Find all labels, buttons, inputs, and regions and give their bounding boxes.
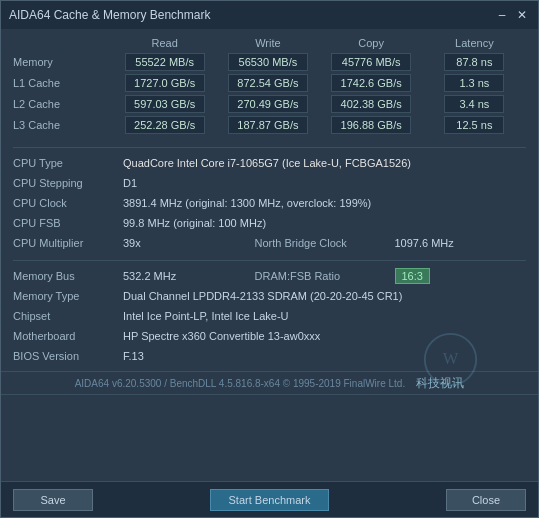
row-label-l3: L3 Cache [13, 119, 113, 131]
value-l2-copy: 402.38 GB/s [331, 95, 411, 113]
col-copy-header: Copy [320, 37, 423, 49]
content-area: Read Write Copy Latency Memory 55522 MB/… [1, 29, 538, 481]
motherboard-label: Motherboard [13, 330, 123, 342]
value-l1-write: 872.54 GB/s [228, 74, 308, 92]
close-button[interactable]: Close [446, 489, 526, 511]
value-l2-latency: 3.4 ns [444, 95, 504, 113]
memory-type-row: Memory Type Dual Channel LPDDR4-2133 SDR… [13, 287, 526, 305]
cell-l3-write: 187.87 GB/s [216, 116, 319, 134]
cpu-type-value: QuadCore Intel Core i7-1065G7 (Ice Lake-… [123, 157, 526, 169]
cpu-info-section: CPU Type QuadCore Intel Core i7-1065G7 (… [1, 154, 538, 254]
memory-bus-row: Memory Bus 532.2 MHz DRAM:FSB Ratio 16:3 [13, 267, 526, 285]
cell-l1-write: 872.54 GB/s [216, 74, 319, 92]
window-title: AIDA64 Cache & Memory Benchmark [9, 8, 210, 22]
memory-type-label: Memory Type [13, 290, 123, 302]
memory-bus-label: Memory Bus [13, 270, 123, 282]
cpu-stepping-value: D1 [123, 177, 526, 189]
cell-memory-write: 56530 MB/s [216, 53, 319, 71]
table-row: Memory 55522 MB/s 56530 MB/s 45776 MB/s … [13, 53, 526, 71]
divider-2 [13, 260, 526, 261]
cell-l3-latency: 12.5 ns [423, 116, 526, 134]
watermark-icon: W [423, 332, 478, 387]
value-memory-write: 56530 MB/s [228, 53, 308, 71]
cell-memory-latency: 87.8 ns [423, 53, 526, 71]
cell-memory-copy: 45776 MB/s [320, 53, 423, 71]
cell-l3-copy: 196.88 GB/s [320, 116, 423, 134]
cpu-fsb-value: 99.8 MHz (original: 100 MHz) [123, 217, 526, 229]
button-bar: Save Start Benchmark Close [1, 481, 538, 517]
cpu-fsb-label: CPU FSB [13, 217, 123, 229]
cell-l1-read: 1727.0 GB/s [113, 74, 216, 92]
cpu-multiplier-value: 39x [123, 237, 255, 249]
cpu-type-row: CPU Type QuadCore Intel Core i7-1065G7 (… [13, 154, 526, 172]
value-l3-copy: 196.88 GB/s [331, 116, 411, 134]
cpu-multiplier-label: CPU Multiplier [13, 237, 123, 249]
title-bar: AIDA64 Cache & Memory Benchmark – ✕ [1, 1, 538, 29]
chipset-label: Chipset [13, 310, 123, 322]
save-button[interactable]: Save [13, 489, 93, 511]
value-l2-read: 597.03 GB/s [125, 95, 205, 113]
value-l3-latency: 12.5 ns [444, 116, 504, 134]
value-l3-write: 187.87 GB/s [228, 116, 308, 134]
dram-fsb-label: DRAM:FSB Ratio [255, 270, 365, 282]
table-row: L3 Cache 252.28 GB/s 187.87 GB/s 196.88 … [13, 116, 526, 134]
minimize-button[interactable]: – [494, 7, 510, 23]
col-write-header: Write [216, 37, 319, 49]
value-memory-latency: 87.8 ns [444, 53, 504, 71]
cell-memory-read: 55522 MB/s [113, 53, 216, 71]
chipset-value: Intel Ice Point-LP, Intel Ice Lake-U [123, 310, 526, 322]
svg-text:W: W [443, 349, 459, 368]
row-label-l2: L2 Cache [13, 98, 113, 110]
divider-1 [13, 147, 526, 148]
value-l2-write: 270.49 GB/s [228, 95, 308, 113]
window-controls: – ✕ [494, 7, 530, 23]
value-l1-copy: 1742.6 GB/s [331, 74, 411, 92]
table-row: L1 Cache 1727.0 GB/s 872.54 GB/s 1742.6 … [13, 74, 526, 92]
cpu-clock-value: 3891.4 MHz (original: 1300 MHz, overcloc… [123, 197, 526, 209]
memory-bus-value: 532.2 MHz [123, 270, 255, 282]
cpu-fsb-row: CPU FSB 99.8 MHz (original: 100 MHz) [13, 214, 526, 232]
north-bridge-label: North Bridge Clock [255, 237, 365, 249]
main-window: AIDA64 Cache & Memory Benchmark – ✕ Read… [0, 0, 539, 518]
col-label-header [13, 37, 113, 49]
cell-l2-write: 270.49 GB/s [216, 95, 319, 113]
cell-l1-latency: 1.3 ns [423, 74, 526, 92]
cpu-stepping-label: CPU Stepping [13, 177, 123, 189]
memory-type-value: Dual Channel LPDDR4-2133 SDRAM (20-20-20… [123, 290, 526, 302]
col-latency-header: Latency [423, 37, 526, 49]
value-memory-read: 55522 MB/s [125, 53, 205, 71]
table-row: L2 Cache 597.03 GB/s 270.49 GB/s 402.38 … [13, 95, 526, 113]
value-memory-copy: 45776 MB/s [331, 53, 411, 71]
cpu-stepping-row: CPU Stepping D1 [13, 174, 526, 192]
chipset-row: Chipset Intel Ice Point-LP, Intel Ice La… [13, 307, 526, 325]
cpu-clock-label: CPU Clock [13, 197, 123, 209]
benchmark-table: Read Write Copy Latency Memory 55522 MB/… [1, 29, 538, 141]
cpu-multiplier-row: CPU Multiplier 39x North Bridge Clock 10… [13, 234, 526, 252]
dram-fsb-value: 16:3 [395, 268, 527, 284]
footer-area: W AIDA64 v6.20.5300 / BenchDLL 4.5.816.8… [1, 367, 538, 395]
bios-label: BIOS Version [13, 350, 123, 362]
table-header: Read Write Copy Latency [13, 37, 526, 49]
cell-l2-read: 597.03 GB/s [113, 95, 216, 113]
cell-l3-read: 252.28 GB/s [113, 116, 216, 134]
cell-l2-copy: 402.38 GB/s [320, 95, 423, 113]
row-label-l1: L1 Cache [13, 77, 113, 89]
start-benchmark-button[interactable]: Start Benchmark [210, 489, 330, 511]
row-label-memory: Memory [13, 56, 113, 68]
value-l3-read: 252.28 GB/s [125, 116, 205, 134]
dram-fsb-badge: 16:3 [395, 268, 430, 284]
north-bridge-value: 1097.6 MHz [395, 237, 527, 249]
close-window-button[interactable]: ✕ [514, 7, 530, 23]
cpu-type-label: CPU Type [13, 157, 123, 169]
cell-l2-latency: 3.4 ns [423, 95, 526, 113]
value-l1-read: 1727.0 GB/s [125, 74, 205, 92]
footer-aida64-text: AIDA64 v6.20.5300 / BenchDLL 4.5.816.8-x… [75, 378, 406, 389]
value-l1-latency: 1.3 ns [444, 74, 504, 92]
cell-l1-copy: 1742.6 GB/s [320, 74, 423, 92]
col-read-header: Read [113, 37, 216, 49]
cpu-clock-row: CPU Clock 3891.4 MHz (original: 1300 MHz… [13, 194, 526, 212]
